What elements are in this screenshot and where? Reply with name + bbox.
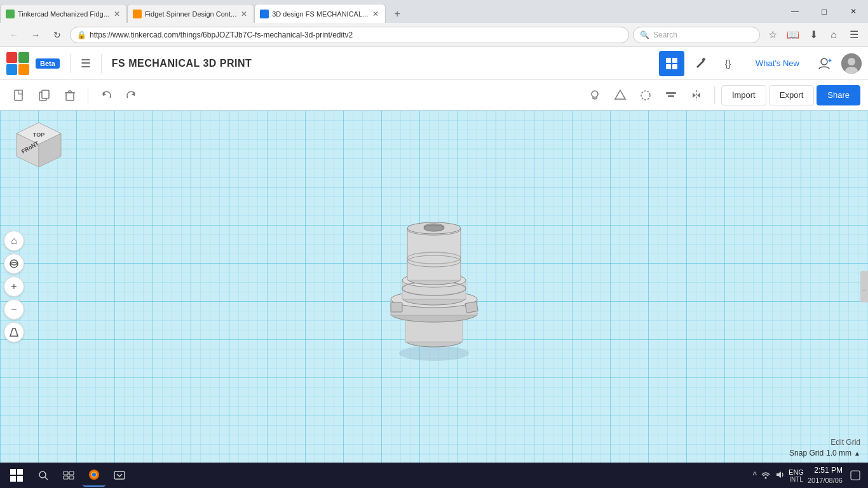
header-divider-2 — [101, 54, 102, 73]
snap-chevron-icon[interactable]: ▲ — [854, 450, 860, 457]
clock-date: 2017/08/06 — [808, 476, 843, 485]
forward-button[interactable]: → — [27, 26, 44, 44]
window-controls: — ◻ ✕ — [780, 0, 868, 23]
user-plus-icon: + — [818, 57, 832, 71]
close-button[interactable]: ✕ — [839, 0, 868, 23]
tab-close-2[interactable]: ✕ — [240, 8, 248, 20]
zoom-out-button[interactable]: − — [4, 299, 24, 320]
hammer-icon — [695, 57, 707, 70]
new-document-icon — [13, 90, 25, 101]
tab-3[interactable]: 3D design FS MECHANICAL... ✕ — [254, 4, 386, 23]
perspective-button[interactable] — [4, 322, 24, 342]
export-button[interactable]: Export — [769, 85, 815, 105]
download-button[interactable]: ⬇ — [804, 26, 822, 44]
svg-point-70 — [92, 473, 96, 477]
firefox-icon — [88, 468, 100, 481]
minimize-button[interactable]: — — [780, 0, 810, 23]
refresh-button[interactable]: ↻ — [48, 26, 66, 44]
whats-new-button[interactable]: What's New — [747, 53, 808, 74]
panel-resize-handle[interactable]: ⎯ — [860, 271, 868, 302]
mirror-button[interactable] — [685, 84, 708, 107]
code-tool-button[interactable]: {} — [717, 51, 743, 76]
redo-button[interactable] — [120, 84, 143, 107]
user-avatar[interactable] — [841, 53, 862, 74]
network-icon[interactable] — [761, 470, 771, 482]
taskbar-search-button[interactable] — [32, 464, 55, 487]
maximize-button[interactable]: ◻ — [810, 0, 839, 23]
app-header: Beta ☰ FS MECHANICAL 3D PRINT — [0, 47, 868, 80]
search-icon: 🔍 — [640, 30, 649, 39]
back-button[interactable]: ← — [5, 26, 23, 44]
tab-2[interactable]: Fidget Spinner Design Cont... ✕ — [127, 4, 254, 23]
viewport[interactable]: TOP FRoNT ⌂ + − — [0, 111, 868, 463]
view-cube[interactable]: TOP FRoNT — [9, 119, 69, 180]
svg-rect-71 — [114, 471, 125, 479]
app-title: FS MECHANICAL 3D PRINT — [112, 58, 252, 69]
star-button[interactable]: ☆ — [764, 26, 782, 44]
hamburger-menu[interactable]: ☰ — [81, 57, 91, 71]
svg-point-6 — [821, 58, 827, 65]
svg-text:{}: {} — [725, 58, 731, 69]
notification-button[interactable] — [846, 466, 864, 484]
undo-button[interactable] — [95, 84, 118, 107]
svg-rect-66 — [64, 476, 68, 479]
hole-tool-button[interactable] — [634, 84, 657, 107]
taskbar-app-firefox[interactable] — [83, 464, 105, 487]
taskbar: ^ ENG INTL — [0, 463, 868, 488]
tab-label-3: 3D design FS MECHANICAL... — [272, 10, 368, 18]
svg-point-72 — [765, 477, 767, 478]
tray-icon-1[interactable]: ^ — [753, 470, 757, 480]
home-browser-button[interactable]: ⌂ — [825, 26, 843, 44]
svg-point-24 — [641, 91, 650, 100]
menu-browser-button[interactable]: ☰ — [845, 26, 863, 44]
reader-button[interactable]: 📖 — [784, 26, 802, 44]
lightbulb-icon — [588, 89, 601, 102]
tab-favicon-3 — [260, 10, 269, 18]
svg-point-62 — [39, 471, 46, 478]
taskbar-task-view[interactable] — [57, 464, 80, 487]
share-button[interactable]: Share — [817, 85, 860, 105]
search-box[interactable]: 🔍 Search — [633, 27, 760, 43]
svg-rect-1 — [672, 58, 677, 63]
address-bar: ← → ↻ 🔒 https://www.tinkercad.com/things… — [0, 23, 868, 47]
grid-view-button[interactable] — [659, 51, 684, 76]
url-bar[interactable]: 🔒 https://www.tinkercad.com/things/6bpJO… — [70, 27, 629, 43]
tab-favicon-1 — [6, 10, 15, 18]
align-button[interactable] — [660, 84, 682, 107]
system-clock[interactable]: 2:51 PM 2017/08/06 — [808, 465, 843, 485]
snap-grid-info: Snap Grid 1.0 mm ▲ — [789, 449, 860, 458]
volume-icon[interactable] — [775, 470, 785, 482]
add-user-button[interactable]: + — [812, 51, 837, 76]
hammer-tool-button[interactable] — [688, 51, 714, 76]
zoom-in-button[interactable]: + — [4, 276, 24, 297]
tab-close-3[interactable]: ✕ — [371, 8, 380, 20]
home-view-button[interactable]: ⌂ — [4, 231, 24, 251]
start-button[interactable] — [4, 463, 29, 488]
import-button[interactable]: Import — [721, 85, 766, 105]
toolbar-separator-2 — [714, 86, 715, 104]
shape-tool-button[interactable] — [609, 84, 632, 107]
taskbar-app-2[interactable] — [108, 464, 131, 487]
mirror-icon — [690, 89, 703, 102]
copy-button[interactable] — [33, 84, 56, 107]
toolbar-group-right — [583, 84, 708, 107]
tab-bar: Tinkercad Mechanized Fidg... ✕ Fidget Sp… — [0, 0, 868, 23]
new-design-button[interactable] — [8, 84, 31, 107]
notification-icon — [850, 470, 860, 480]
edit-grid-link[interactable]: Edit Grid — [831, 438, 860, 447]
lightbulb-button[interactable] — [583, 84, 606, 107]
svg-rect-3 — [672, 64, 677, 69]
tab-close-1[interactable]: ✕ — [112, 8, 121, 20]
toolbar: Import Export Share — [0, 80, 868, 111]
language-info[interactable]: ENG INTL — [789, 468, 804, 483]
search-placeholder: Search — [653, 30, 677, 39]
svg-point-9 — [848, 58, 855, 65]
undo-icon — [100, 90, 112, 101]
browser-toolbar-right: ☆ 📖 ⬇ ⌂ ☰ — [764, 26, 863, 44]
delete-button[interactable] — [58, 84, 81, 107]
new-tab-button[interactable]: + — [388, 5, 406, 23]
tab-1[interactable]: Tinkercad Mechanized Fidg... ✕ — [0, 4, 127, 23]
svg-rect-65 — [69, 471, 74, 475]
orbit-button[interactable] — [4, 254, 24, 274]
orbit-icon — [9, 259, 19, 269]
